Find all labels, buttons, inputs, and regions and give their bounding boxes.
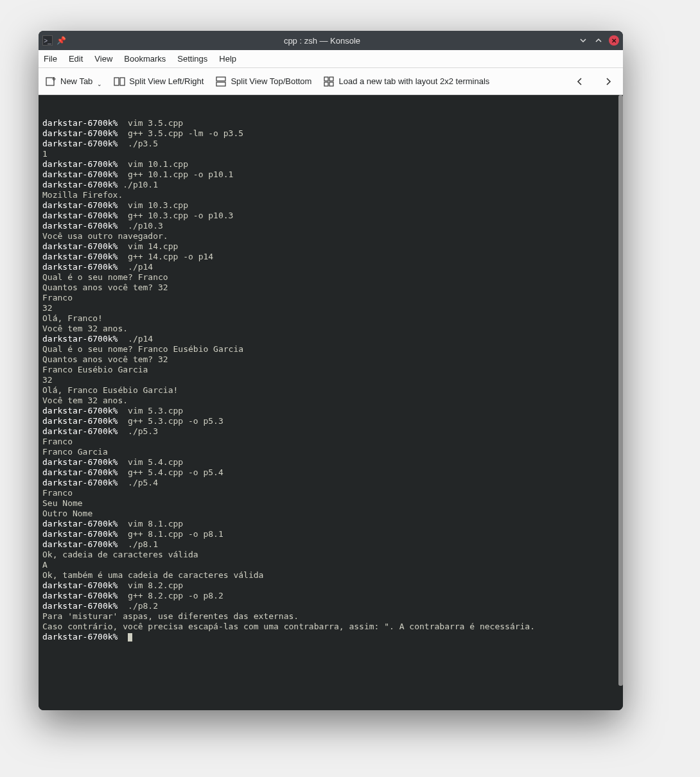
terminal-line: darkstar-6700k% vim 5.4.cpp <box>42 457 619 467</box>
terminal-line: darkstar-6700k% g++ 14.cpp -o p14 <box>42 252 619 262</box>
window-controls: ✕ <box>578 35 619 46</box>
chevron-down-icon[interactable]: ⌄ <box>97 81 102 87</box>
terminal-line: darkstar-6700k% g++ 5.3.cpp -o p5.3 <box>42 416 619 426</box>
tab-prev-button[interactable] <box>572 77 588 86</box>
terminal-line: darkstar-6700k% g++ 8.2.cpp -o p8.2 <box>42 591 619 601</box>
menu-edit[interactable]: Edit <box>69 54 83 64</box>
terminal-line: darkstar-6700k% g++ 10.1.cpp -o p10.1 <box>42 170 619 180</box>
terminal-line: darkstar-6700k% ./p14 <box>42 334 619 344</box>
terminal-line: 1 <box>42 149 619 159</box>
terminal-line: darkstar-6700k% g++ 8.1.cpp -o p8.1 <box>42 529 619 539</box>
terminal-line: Qual é o seu nome? Franco Eusébio Garcia <box>42 344 619 354</box>
new-tab-icon <box>45 76 57 87</box>
menu-settings[interactable]: Settings <box>177 54 207 64</box>
svg-rect-9 <box>324 82 328 86</box>
terminal-line: darkstar-6700k% vim 8.2.cpp <box>42 581 619 591</box>
terminal-line: A <box>42 560 619 570</box>
terminal-line: Franco <box>42 293 619 303</box>
app-menu-icon[interactable]: >_ <box>42 35 53 46</box>
terminal-line: Franco Garcia <box>42 447 619 457</box>
terminal-line: Você tem 32 anos. <box>42 396 619 406</box>
split-tb-icon <box>215 76 227 87</box>
split-top-bottom-button[interactable]: Split View Top/Bottom <box>215 76 311 87</box>
terminal-line: darkstar-6700k% g++ 10.3.cpp -o p10.3 <box>42 211 619 221</box>
terminal-line: darkstar-6700k% ./p8.2 <box>42 601 619 611</box>
menu-file[interactable]: File <box>44 54 57 64</box>
terminal-line: darkstar-6700k% g++ 3.5.cpp -lm -o p3.5 <box>42 128 619 139</box>
terminal-line: 32 <box>42 303 619 313</box>
menubar: File Edit View Bookmarks Settings Help <box>39 50 623 68</box>
terminal-line: Olá, Franco! <box>42 313 619 324</box>
terminal-line: darkstar-6700k% ./p5.4 <box>42 478 619 488</box>
close-button[interactable]: ✕ <box>609 35 619 46</box>
terminal-line: Outro Nome <box>42 509 619 519</box>
tab-next-button[interactable] <box>600 77 617 86</box>
terminal-line: darkstar-6700k% vim 3.5.cpp <box>42 118 619 128</box>
svg-rect-10 <box>329 82 333 86</box>
terminal-line: darkstar-6700k% vim 14.cpp <box>42 241 619 252</box>
terminal-line: Qual é o seu nome? Franco <box>42 272 619 283</box>
terminal-line: Ok, também é uma cadeia de caracteres vá… <box>42 570 619 581</box>
terminal-line: Olá, Franco Eusébio Garcia! <box>42 385 619 396</box>
pin-icon[interactable]: 📌 <box>57 36 66 45</box>
terminal-line: darkstar-6700k% vim 5.3.cpp <box>42 406 619 416</box>
terminal-line: darkstar-6700k% g++ 5.4.cpp -o p5.4 <box>42 467 619 478</box>
terminal-line: Caso contrário, você precisa escapá-las … <box>42 622 619 632</box>
svg-rect-7 <box>324 77 328 81</box>
split-tb-label: Split View Top/Bottom <box>231 76 311 86</box>
window-title: cpp : zsh — Konsole <box>70 36 574 46</box>
menu-view[interactable]: View <box>94 54 112 64</box>
terminal-line: Você usa outro navegador. <box>42 231 619 241</box>
terminal-line: Ok, cadeia de caracteres válida <box>42 550 619 560</box>
menu-help[interactable]: Help <box>219 54 236 64</box>
split-lr-icon <box>114 76 125 87</box>
terminal-line: darkstar-6700k% ./p3.5 <box>42 139 619 149</box>
svg-rect-5 <box>216 77 225 81</box>
svg-rect-8 <box>329 77 333 81</box>
terminal-line: darkstar-6700k% ./p8.1 <box>42 539 619 550</box>
grid-icon <box>323 76 335 87</box>
konsole-window: >_ 📌 cpp : zsh — Konsole ✕ File Edit Vie… <box>39 31 623 710</box>
terminal-line: Mozilla Firefox. <box>42 190 619 200</box>
load-layout-label: Load a new tab with layout 2x2 terminals <box>338 76 489 86</box>
new-tab-button[interactable]: New Tab ⌄ <box>45 76 102 87</box>
split-left-right-button[interactable]: Split View Left/Right <box>114 76 204 87</box>
new-tab-label: New Tab <box>60 76 92 86</box>
menu-bookmarks[interactable]: Bookmarks <box>124 54 166 64</box>
terminal-line: Franco <box>42 437 619 447</box>
terminal-line: darkstar-6700k% ./p5.3 <box>42 426 619 437</box>
terminal-line: darkstar-6700k% ./p14 <box>42 262 619 272</box>
svg-rect-6 <box>216 82 225 86</box>
terminal-line: darkstar-6700k% vim 10.3.cpp <box>42 200 619 211</box>
terminal-line: Você tem 32 anos. <box>42 324 619 334</box>
titlebar[interactable]: >_ 📌 cpp : zsh — Konsole ✕ <box>39 31 623 50</box>
terminal-line: darkstar-6700k% ./p10.1 <box>42 180 619 190</box>
svg-rect-4 <box>120 78 125 85</box>
minimize-button[interactable] <box>578 35 588 46</box>
cursor <box>128 633 132 642</box>
maximize-button[interactable] <box>593 35 604 46</box>
load-layout-button[interactable]: Load a new tab with layout 2x2 terminals <box>323 76 489 87</box>
toolbar: New Tab ⌄ Split View Left/Right Split Vi… <box>39 68 623 95</box>
terminal-line: Quantos anos você tem? 32 <box>42 283 619 293</box>
terminal-output[interactable]: darkstar-6700k% vim 3.5.cppdarkstar-6700… <box>39 95 623 710</box>
svg-rect-3 <box>114 78 119 85</box>
terminal-line: Seu Nome <box>42 498 619 509</box>
split-lr-label: Split View Left/Right <box>129 76 204 86</box>
terminal-line: Franco Eusébio Garcia <box>42 365 619 375</box>
terminal-line: Franco <box>42 488 619 498</box>
terminal-line: darkstar-6700k% vim 8.1.cpp <box>42 519 619 529</box>
terminal-line: 32 <box>42 375 619 385</box>
terminal-line: darkstar-6700k% ./p10.3 <box>42 221 619 231</box>
terminal-line: Para 'misturar' aspas, use diferentes da… <box>42 611 619 622</box>
terminal-line: Quantos anos você tem? 32 <box>42 354 619 365</box>
terminal-line: darkstar-6700k% <box>42 632 619 642</box>
scrollbar[interactable] <box>618 95 623 686</box>
terminal-line: darkstar-6700k% vim 10.1.cpp <box>42 159 619 170</box>
